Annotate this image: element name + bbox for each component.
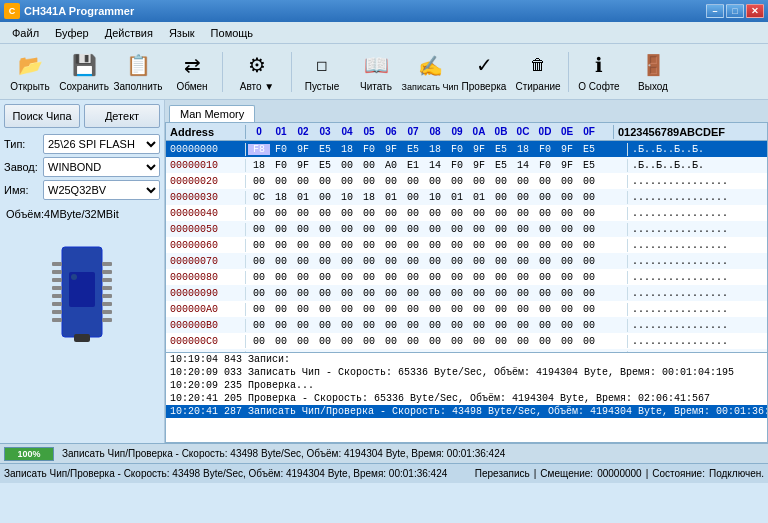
hex-row-A[interactable]: 000000A0 0000000000000000000000000000000… [166, 301, 767, 317]
svg-rect-3 [52, 270, 62, 274]
name-select[interactable]: W25Q32BV [43, 180, 160, 200]
open-button[interactable]: 📂 Открыть [4, 48, 56, 96]
svg-rect-15 [102, 302, 112, 306]
hex-row-2[interactable]: 00000020 0000000000000000000000000000000… [166, 173, 767, 189]
hex-addr: 000000A0 [166, 303, 246, 316]
svg-rect-8 [52, 310, 62, 314]
minimize-button[interactable]: – [706, 4, 724, 18]
hex-bytes: 18F09FE50000A0E114F09FE514F09FE5 [246, 159, 627, 172]
about-button[interactable]: ℹ О Софте [573, 48, 625, 96]
menu-actions[interactable]: Действия [97, 25, 161, 41]
hex-row-8[interactable]: 00000080 0000000000000000000000000000000… [166, 269, 767, 285]
hex-ascii-header: 0123456789ABCDEF [613, 125, 753, 139]
svg-rect-4 [52, 278, 62, 282]
menu-help[interactable]: Помощь [203, 25, 262, 41]
hex-row-1[interactable]: 00000010 18F09FE50000A0E114F09FE514F09FE… [166, 157, 767, 173]
left-panel: Поиск Чипа Детект Тип: 25\26 SPI FLASH З… [0, 100, 165, 443]
hex-row-0[interactable]: 00000000 F8F09FE518F09FE518F09FE518F09FE… [166, 141, 767, 157]
exchange-icon: ⇄ [178, 51, 206, 79]
hex-row-6[interactable]: 00000060 0000000000000000000000000000000… [166, 237, 767, 253]
read-icon: 📖 [362, 51, 390, 79]
log-line-3: 10:20:41 205 Проверка - Скорость: 65336 … [166, 392, 767, 405]
hex-addr: 00000090 [166, 287, 246, 300]
menu-language[interactable]: Язык [161, 25, 203, 41]
search-chip-button[interactable]: Поиск Чипа [4, 104, 80, 128]
hex-addr: 00000050 [166, 223, 246, 236]
fill-button[interactable]: 📋 Заполнить [112, 48, 164, 96]
svg-rect-9 [52, 318, 62, 322]
hex-row-B[interactable]: 000000B0 0000000000000000000000000000000… [166, 317, 767, 333]
verify-button[interactable]: ✓ Проверка [458, 48, 510, 96]
separator-2: | [646, 468, 649, 479]
hex-ascii: ................ [627, 271, 767, 284]
fill-icon: 📋 [124, 51, 152, 79]
exit-icon: 🚪 [639, 51, 667, 79]
hex-addr: 00000070 [166, 255, 246, 268]
chip-image-area [4, 232, 160, 354]
tab-man-memory[interactable]: Man Memory [169, 105, 255, 122]
exchange-button[interactable]: ⇄ Обмен [166, 48, 218, 96]
state-value: Подключен. [709, 468, 764, 479]
hex-ascii: ................ [627, 223, 767, 236]
hex-addr: 00000000 [166, 143, 246, 156]
tab-bar: Man Memory [165, 100, 768, 122]
hex-addr: 00000010 [166, 159, 246, 172]
hex-row-9[interactable]: 00000090 0000000000000000000000000000000… [166, 285, 767, 301]
hex-addr: 00000040 [166, 207, 246, 220]
hex-ascii: ................ [627, 255, 767, 268]
hex-addr: 00000030 [166, 191, 246, 204]
auto-button[interactable]: ⚙ Авто ▼ [227, 48, 287, 96]
exit-button[interactable]: 🚪 Выход [627, 48, 679, 96]
hex-row-D[interactable]: 000000D0 0000000000000000000000000000000… [166, 349, 767, 352]
write-chip-button[interactable]: ✍ Записать Чип [404, 48, 456, 96]
hex-address-header: Address [166, 125, 246, 139]
progress-label: 100% [5, 448, 53, 460]
hex-addr: 000000C0 [166, 335, 246, 348]
empty-button[interactable]: ◻ Пустые [296, 48, 348, 96]
maker-label: Завод: [4, 161, 39, 173]
hex-row-4[interactable]: 00000040 0000000000000000000000000000000… [166, 205, 767, 221]
log-area[interactable]: 10:19:04 843 Записи: 10:20:09 033 Записа… [165, 353, 768, 443]
hex-bytes: 00000000000000000000000000000000 [246, 319, 627, 332]
menu-buffer[interactable]: Буфер [47, 25, 97, 41]
hex-row-7[interactable]: 00000070 0000000000000000000000000000000… [166, 253, 767, 269]
erase-button[interactable]: 🗑 Стирание [512, 48, 564, 96]
maker-select[interactable]: WINBOND [43, 157, 160, 177]
svg-rect-6 [52, 294, 62, 298]
bottom-status-text: Записать Чип/Проверка - Скорость: 43498 … [4, 468, 447, 479]
hex-ascii: .Б..Б..Б..Б. [627, 159, 767, 172]
hex-bytes: 00000000000000000000000000000000 [246, 303, 627, 316]
hex-bytes: 00000000000000000000000000000000 [246, 223, 627, 236]
hex-row-3[interactable]: 00000030 0C18010010180100100101000000000… [166, 189, 767, 205]
close-button[interactable]: ✕ [746, 4, 764, 18]
hex-ascii: ................ [627, 351, 767, 353]
hex-bytes: 00000000000000000000000000000000 [246, 175, 627, 188]
auto-icon: ⚙ [243, 51, 271, 79]
svg-rect-5 [52, 286, 62, 290]
log-line-0: 10:19:04 843 Записи: [166, 353, 767, 366]
maximize-button[interactable]: □ [726, 4, 744, 18]
app-icon: C [4, 3, 20, 19]
svg-rect-7 [52, 302, 62, 306]
menu-file[interactable]: Файл [4, 25, 47, 41]
type-select[interactable]: 25\26 SPI FLASH [43, 134, 160, 154]
hex-bytes: 00000000000000000000000000000000 [246, 239, 627, 252]
hex-row-5[interactable]: 00000050 0000000000000000000000000000000… [166, 221, 767, 237]
svg-rect-13 [102, 286, 112, 290]
offset-value: 00000000 [597, 468, 642, 479]
rewrite-label: Перезапись [475, 468, 530, 479]
hex-bytes: 00000000000000000000000000000000 [246, 287, 627, 300]
read-button[interactable]: 📖 Читать [350, 48, 402, 96]
save-button[interactable]: 💾 Сохранить [58, 48, 110, 96]
hex-addr: 000000D0 [166, 351, 246, 353]
hex-bytes: 0C180100101801001001010000000000 [246, 191, 627, 204]
hex-bytes: 00000000000000000000000000000000 [246, 271, 627, 284]
hex-ascii: ................ [627, 239, 767, 252]
hex-rows-container[interactable]: 00000000 F8F09FE518F09FE518F09FE518F09FE… [166, 141, 767, 352]
hex-row-C[interactable]: 000000C0 0000000000000000000000000000000… [166, 333, 767, 349]
hex-bytes: 00000000000000000000000000000000 [246, 351, 627, 353]
detect-button[interactable]: Детект [84, 104, 160, 128]
state-label: Состояние: [652, 468, 705, 479]
hex-ascii: ................ [627, 207, 767, 220]
hex-addr: 00000020 [166, 175, 246, 188]
